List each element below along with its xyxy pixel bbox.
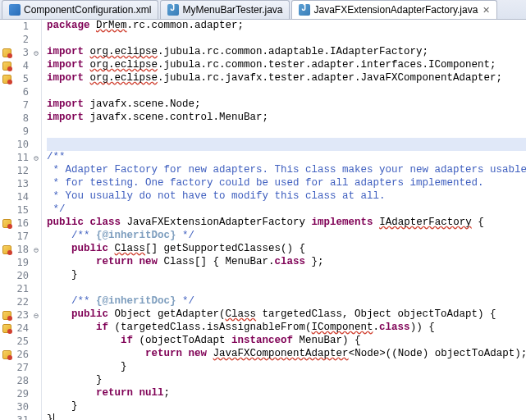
token-blk [47,348,145,359]
line-number: 29 [13,388,31,399]
line-number: 4 [13,60,31,71]
token-blk: targetedClass, Object objectToAdapt) { [256,308,496,320]
error-icon [2,62,11,71]
token-kw: import [47,59,84,71]
code-line[interactable]: return null; [47,387,526,400]
code-line[interactable]: } [47,413,526,420]
token-err: org.eclipse [90,46,158,57]
code-line[interactable]: public Class[] getSupportedClasses() { [47,243,526,256]
token-err: org.eclipse [90,72,158,84]
code-line[interactable] [47,282,526,295]
close-icon[interactable]: ✕ [483,5,490,16]
fold-toggle[interactable]: ⊖ [31,245,41,254]
token-err: org.eclipse [90,59,158,71]
gutter-marker [0,125,13,138]
token-blk: Object getAdapter( [108,308,226,320]
code-line[interactable]: } [47,374,526,387]
xml-file-icon [9,4,21,16]
token-cm: /** [71,295,96,307]
code-line[interactable]: import org.eclipse.jubula.rc.common.test… [47,59,526,72]
line-number: 21 [13,283,31,294]
code-line[interactable]: } [47,400,526,413]
line-number: 6 [13,86,31,98]
gutter-marker [0,243,13,256]
code-line[interactable] [47,85,526,98]
code-line[interactable]: return new JavaFXComponentAdapter<Node>(… [47,348,526,361]
code-area[interactable]: package DrMem.rc.common.adapter;import o… [42,20,526,420]
editor-tab-0[interactable]: ComponentConfiguration.xml [2,0,158,19]
token-kw: import [47,112,84,123]
line-number: 20 [13,270,31,281]
code-line[interactable]: package DrMem.rc.common.adapter; [47,20,526,33]
token-kw: null [140,387,164,399]
token-blk: javafx.scene.Node; [84,98,201,110]
gutter-marker [0,72,13,85]
token-blk: ; [164,387,171,399]
gutter-marker [0,374,13,387]
code-line[interactable] [47,125,526,138]
code-line[interactable]: } [47,269,526,282]
gutter-marker [0,151,13,164]
code-line[interactable]: * You usually do not have to modify this… [47,190,526,203]
fold-toggle[interactable]: ⊖ [31,48,41,57]
gutter-marker [0,20,13,33]
code-line[interactable]: public class JavaFXExtensionAdapterFacto… [47,217,526,230]
code-line[interactable]: if (objectToAdapt instanceof MenuBar) { [47,335,526,348]
token-blk [207,348,213,359]
code-line[interactable] [47,33,526,46]
gutter-marker [0,203,13,217]
code-line[interactable]: import javafx.scene.Node; [47,98,526,112]
gutter-marker [0,256,13,269]
token-blk: javafx.scene.control.MenuBar; [84,112,268,123]
fold-toggle[interactable]: ⊖ [31,311,41,320]
token-blk [47,230,71,241]
line-number: 10 [13,139,31,150]
code-line[interactable]: } [47,361,526,374]
code-line[interactable]: public Object getAdapter(Class targetedC… [47,308,526,322]
code-line[interactable]: * Adapter Factory for new adapters. This… [47,164,526,177]
code-line[interactable]: import org.eclipse.jubula.rc.common.adap… [47,46,526,59]
editor-tab-2[interactable]: JavaFXExtensionAdapterFactory.java✕ [291,0,497,19]
gutter-marker [0,217,13,230]
token-blk: { [472,217,484,228]
line-number: 2 [13,34,31,45]
line-number: 17 [13,231,31,242]
token-blk [47,243,71,254]
line-number: 27 [13,362,31,373]
token-kw: public [71,308,108,320]
code-line[interactable]: /** {@inheritDoc} */ [47,230,526,243]
code-line[interactable]: /** [47,151,526,164]
code-line[interactable] [47,138,526,151]
line-number: 24 [13,322,31,334]
editor-tab-1[interactable]: MyMenuBarTester.java [160,0,290,19]
token-cm: */ [176,295,195,307]
token-blk: . [373,322,380,333]
token-blk: (objectToAdapt [133,335,231,346]
line-number: 5 [13,73,31,84]
fold-toggle[interactable]: ⊖ [31,153,41,162]
code-line[interactable]: if (targetedClass.isAssignableFrom(IComp… [47,322,526,335]
gutter-marker [0,308,13,322]
code-line[interactable]: import org.eclipse.jubula.rc.javafx.test… [47,72,526,85]
code-line[interactable]: * for testing. One factory could be used… [47,177,526,190]
token-blk [47,308,71,320]
line-number: 18 [13,244,31,255]
token-blk [47,335,121,346]
token-blk: [] getSupportedClasses() { [145,243,305,254]
gutter-marker [0,361,13,374]
code-line[interactable]: */ [47,203,526,217]
token-kw: if [96,322,108,333]
line-number: 16 [13,217,31,229]
gutter-marker [0,400,13,413]
token-kw: implements [312,217,373,228]
line-number: 14 [13,191,31,203]
token-kw: import [47,72,84,84]
code-line[interactable]: /** {@inheritDoc} */ [47,295,526,308]
code-line[interactable]: return new Class[] { MenuBar.class }; [47,256,526,269]
line-number: 9 [13,126,31,137]
token-blk [84,46,90,57]
code-line[interactable]: import javafx.scene.control.MenuBar; [47,112,526,125]
token-kw: import [47,46,84,57]
gutter-marker [0,413,13,420]
token-err: Class [226,308,257,320]
